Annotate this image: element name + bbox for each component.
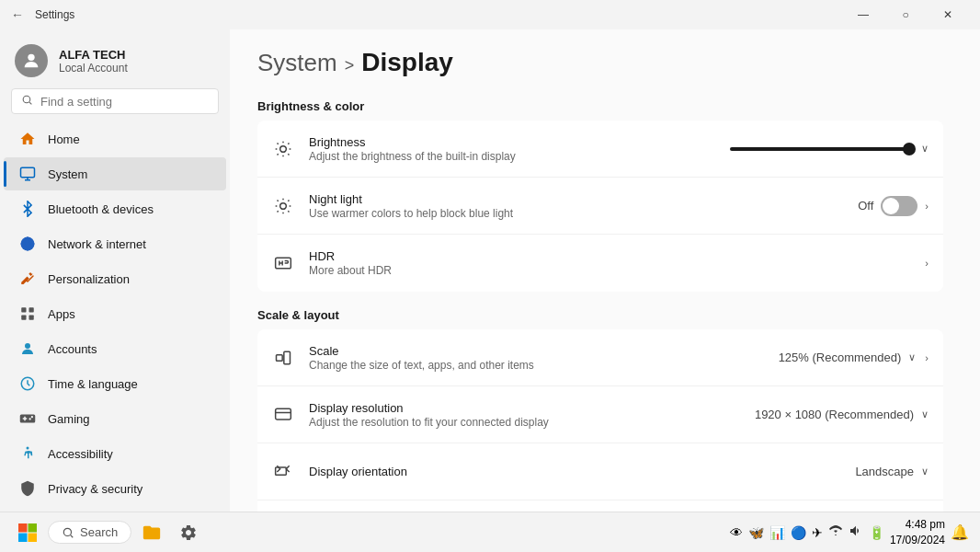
orientation-control[interactable]: Landscape ∨ [855, 465, 929, 478]
nav-system-label: System [48, 167, 87, 181]
resolution-text: Display resolution Adjust the resolution… [309, 401, 740, 429]
search-box[interactable] [11, 88, 219, 114]
resolution-value: 1920 × 1080 (Recommended) [755, 408, 914, 421]
settings-taskbar-button[interactable] [172, 516, 205, 549]
breadcrumb-arrow: > [345, 56, 355, 75]
resolution-chevron-icon: ∨ [921, 408, 929, 420]
titlebar-left: ← Settings [11, 7, 74, 22]
orientation-icon [272, 461, 294, 483]
close-button[interactable]: ✕ [927, 0, 969, 29]
brightness-row[interactable]: Brightness Adjust the brightness of the … [257, 121, 943, 178]
notification-icon[interactable]: 🔔 [951, 523, 969, 541]
orientation-chevron-icon: ∨ [921, 466, 929, 477]
resolution-control[interactable]: 1920 × 1080 (Recommended) ∨ [755, 408, 929, 421]
scale-icon [272, 347, 294, 369]
nav-network[interactable]: Network & internet [4, 227, 226, 260]
nav-gaming[interactable]: Gaming [4, 402, 226, 435]
privacy-icon [18, 479, 37, 498]
system-clock[interactable]: 4:48 pm 17/09/2024 [890, 517, 945, 548]
orientation-value: Landscape [855, 465, 914, 478]
nav-privacy[interactable]: Privacy & security [4, 472, 226, 505]
taskbar-left: Search [11, 516, 205, 549]
taskbar-search[interactable]: Search [48, 521, 131, 544]
svg-rect-22 [18, 533, 28, 542]
system-icon [18, 165, 37, 183]
scale-value: 125% (Recommended) [779, 351, 902, 364]
nav-accessibility-label: Accessibility [48, 447, 113, 461]
start-button[interactable] [11, 516, 44, 549]
scale-control[interactable]: 125% (Recommended) ∨ › [779, 351, 929, 364]
back-button[interactable]: ← [11, 7, 24, 22]
nav-accessibility[interactable]: Accessibility [4, 437, 226, 470]
tray-icon-3[interactable]: 📊 [769, 525, 785, 540]
titlebar: ← Settings — ○ ✕ [0, 0, 980, 29]
svg-point-0 [28, 54, 34, 61]
wifi-icon[interactable] [828, 523, 843, 541]
nav-bluetooth[interactable]: Bluetooth & devices [4, 192, 226, 225]
user-profile[interactable]: ALFA TECH Local Account [0, 29, 230, 88]
window-controls: — ○ ✕ [842, 0, 969, 29]
hdr-control[interactable]: › [925, 258, 929, 269]
taskbar: Search 👁 🦋 📊 🔵 ✈ 🔋 4:48 pm 17/09/2024 🔔 [0, 512, 980, 552]
user-info: ALFA TECH Local Account [59, 48, 128, 75]
orientation-row[interactable]: Display orientation Landscape ∨ [257, 443, 943, 500]
night-light-toggle[interactable] [881, 196, 917, 216]
system-tray: 👁 🦋 📊 🔵 ✈ 🔋 4:48 pm 17/09/2024 🔔 [730, 517, 969, 548]
app-body: ALFA TECH Local Account Home Syste [0, 29, 980, 512]
night-light-control[interactable]: Off › [858, 196, 929, 216]
nav-network-label: Network & internet [48, 237, 146, 251]
night-light-subtitle: Use warmer colors to help block blue lig… [309, 207, 843, 220]
file-explorer-button[interactable] [135, 516, 168, 549]
brightness-text: Brightness Adjust the brightness of the … [309, 135, 715, 163]
scale-row[interactable]: Scale Change the size of text, apps, and… [257, 329, 943, 386]
scale-arrow-icon: › [925, 352, 929, 363]
search-input[interactable] [40, 95, 209, 109]
sidebar: ALFA TECH Local Account Home Syste [0, 29, 230, 512]
battery-icon[interactable]: 🔋 [869, 525, 884, 540]
nav-system[interactable]: System [4, 157, 226, 190]
nav-apps[interactable]: Apps [4, 297, 226, 330]
clock-time: 4:48 pm [890, 517, 945, 533]
svg-rect-4 [21, 307, 26, 312]
apps-icon [18, 305, 37, 323]
nav-accounts[interactable]: Accounts [4, 332, 226, 365]
scale-title: Scale [309, 344, 764, 358]
volume-icon[interactable] [849, 523, 863, 541]
svg-point-12 [280, 202, 287, 209]
scale-subtitle: Change the size of text, apps, and other… [309, 359, 764, 372]
resolution-subtitle: Adjust the resolution to fit your connec… [309, 416, 740, 429]
nav-privacy-label: Privacy & security [48, 482, 142, 496]
tray-icon-4[interactable]: 🔵 [791, 525, 806, 540]
brightness-title: Brightness [309, 135, 715, 149]
resolution-row[interactable]: Display resolution Adjust the resolution… [257, 386, 943, 443]
hdr-icon [272, 252, 294, 274]
nav-personalization[interactable]: Personalization [4, 262, 226, 295]
orientation-text: Display orientation [309, 465, 840, 478]
user-name: ALFA TECH [59, 48, 128, 62]
nav-time[interactable]: Time & language [4, 367, 226, 400]
page-header: System > Display [257, 48, 943, 77]
night-light-title: Night light [309, 192, 843, 206]
user-type: Local Account [59, 62, 128, 75]
content-area: System > Display Brightness & color Brig… [230, 29, 980, 512]
nav-home[interactable]: Home [4, 122, 226, 155]
svg-rect-6 [21, 316, 26, 320]
hdr-chevron-icon: › [925, 258, 929, 269]
brightness-control[interactable]: ∨ [730, 143, 929, 155]
svg-point-8 [25, 343, 30, 349]
maximize-button[interactable]: ○ [884, 0, 927, 29]
tray-icon-5[interactable]: ✈ [812, 525, 823, 540]
tray-icon-1[interactable]: 👁 [730, 525, 743, 540]
nav-bluetooth-label: Bluetooth & devices [48, 202, 154, 216]
svg-rect-23 [28, 533, 38, 542]
scale-chevron-icon: ∨ [908, 351, 916, 363]
brightness-slider[interactable] [730, 147, 914, 151]
hdr-row[interactable]: HDR More about HDR › [257, 235, 943, 292]
nav-accounts-label: Accounts [48, 342, 97, 356]
minimize-button[interactable]: — [842, 0, 884, 29]
clock-date: 17/09/2024 [890, 533, 945, 548]
night-light-row[interactable]: Night light Use warmer colors to help bl… [257, 178, 943, 235]
multiple-displays-row[interactable]: Multiple displays Choose the presentatio… [257, 500, 943, 512]
hdr-subtitle: More about HDR [309, 264, 910, 277]
tray-icon-2[interactable]: 🦋 [748, 525, 764, 540]
